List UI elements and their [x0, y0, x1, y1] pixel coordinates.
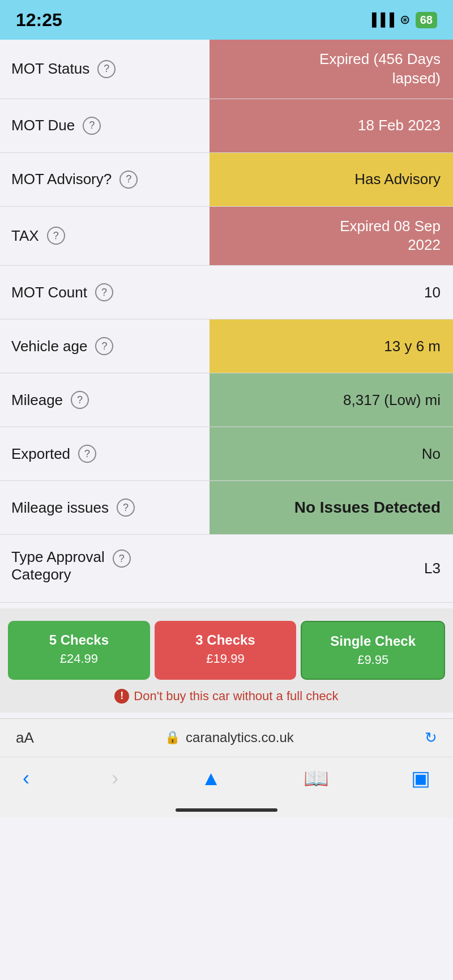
mileage-help-icon[interactable]: ?: [71, 391, 89, 409]
mot-status-label: MOT Status: [11, 60, 89, 78]
mot-due-label-cell: MOT Due ?: [0, 99, 210, 152]
single-check-price: £9.95: [357, 652, 388, 668]
home-bar: [176, 808, 277, 812]
exported-label: Exported: [11, 445, 70, 463]
back-button[interactable]: ‹: [23, 766, 29, 790]
three-checks-label: 3 Checks: [195, 631, 255, 649]
mileage-label: Mileage: [11, 391, 63, 409]
vehicle-age-help-icon[interactable]: ?: [95, 337, 113, 355]
tax-help-icon[interactable]: ?: [47, 227, 65, 245]
forward-button[interactable]: ›: [112, 766, 118, 790]
type-approval-help-icon[interactable]: ?: [113, 549, 131, 568]
vehicle-age-label: Vehicle age: [11, 338, 87, 355]
table-row: MOT Due ? 18 Feb 2023: [0, 99, 453, 153]
mot-status-help-icon[interactable]: ?: [97, 60, 116, 78]
status-bar: 12:25 ▐▐▐ ⊛ 68: [0, 0, 453, 40]
type-approval-value: L3: [210, 535, 453, 602]
data-table: MOT Status ? Expired (456 Dayslapsed) MO…: [0, 40, 453, 603]
mot-due-label: MOT Due: [11, 117, 75, 134]
single-check-label: Single Check: [330, 632, 416, 650]
mileage-label-cell: Mileage ?: [0, 373, 210, 427]
mileage-value: 8,317 (Low) mi: [210, 373, 453, 427]
tax-value: Expired 08 Sep2022: [210, 207, 453, 266]
battery-badge: 68: [416, 12, 437, 28]
bookmarks-button[interactable]: 📖: [304, 766, 329, 790]
status-icons: ▐▐▐ ⊛ 68: [367, 12, 437, 28]
mot-advisory-value: Has Advisory: [210, 153, 453, 206]
mot-status-label-cell: MOT Status ?: [0, 40, 210, 99]
five-checks-price: £24.99: [60, 651, 98, 667]
table-row: TAX ? Expired 08 Sep2022: [0, 207, 453, 266]
three-checks-button[interactable]: 3 Checks £19.99: [155, 621, 297, 680]
single-check-button[interactable]: Single Check £9.95: [301, 621, 445, 680]
exported-value: No: [210, 427, 453, 480]
signal-icon: ▐▐▐: [367, 12, 394, 27]
warning-message: Don't buy this car without a full check: [134, 689, 338, 704]
lock-icon: 🔒: [165, 730, 180, 745]
purchase-buttons: 5 Checks £24.99 3 Checks £19.99 Single C…: [8, 621, 445, 680]
mileage-issues-help-icon[interactable]: ?: [117, 498, 135, 517]
mot-count-label: MOT Count: [11, 284, 87, 301]
nav-bar: ‹ › ▲ 📖 ▣: [0, 757, 453, 799]
type-approval-label: Type Approval: [11, 548, 105, 566]
tabs-button[interactable]: ▣: [411, 766, 430, 790]
mileage-issues-label-cell: Mileage issues ?: [0, 481, 210, 534]
table-row: Exported ? No: [0, 427, 453, 481]
three-checks-price: £19.99: [206, 651, 244, 667]
vehicle-age-label-cell: Vehicle age ?: [0, 319, 210, 373]
mot-status-value: Expired (456 Dayslapsed): [210, 40, 453, 99]
mot-advisory-label: MOT Advisory?: [11, 171, 112, 188]
table-row: MOT Status ? Expired (456 Dayslapsed): [0, 40, 453, 99]
wifi-icon: ⊛: [400, 12, 410, 27]
aa-text[interactable]: aA: [16, 729, 34, 747]
warning-icon: !: [114, 689, 129, 704]
table-row: MOT Count ? 10: [0, 266, 453, 319]
url-text: caranalytics.co.uk: [186, 730, 294, 745]
tax-label: TAX: [11, 227, 39, 245]
table-row: MOT Advisory? ? Has Advisory: [0, 153, 453, 207]
mot-count-label-cell: MOT Count ?: [0, 266, 210, 319]
home-indicator: [0, 799, 453, 817]
exported-help-icon[interactable]: ?: [78, 445, 96, 463]
mileage-issues-label: Mileage issues: [11, 499, 109, 517]
purchase-section: 5 Checks £24.99 3 Checks £19.99 Single C…: [0, 608, 453, 713]
mot-advisory-help-icon[interactable]: ?: [119, 171, 138, 189]
type-approval-label-2: Category: [11, 566, 105, 583]
share-button[interactable]: ▲: [201, 766, 221, 790]
mileage-issues-value: No Issues Detected: [210, 481, 453, 534]
table-row: Mileage issues ? No Issues Detected: [0, 481, 453, 535]
url-bar[interactable]: 🔒 caranalytics.co.uk: [165, 730, 294, 745]
five-checks-label: 5 Checks: [49, 631, 109, 649]
mot-count-help-icon[interactable]: ?: [95, 283, 113, 301]
type-approval-label-cell: Type Approval Category ?: [0, 535, 210, 602]
status-time: 12:25: [16, 10, 62, 31]
tax-label-cell: TAX ?: [0, 207, 210, 266]
exported-label-cell: Exported ?: [0, 427, 210, 480]
warning-text: ! Don't buy this car without a full chec…: [8, 689, 445, 704]
mot-due-help-icon[interactable]: ?: [83, 117, 101, 135]
table-row: Vehicle age ? 13 y 6 m: [0, 319, 453, 373]
table-row: Type Approval Category ? L3: [0, 535, 453, 603]
mot-count-value: 10: [210, 266, 453, 319]
reload-icon[interactable]: ↻: [425, 729, 437, 747]
browser-bar: aA 🔒 caranalytics.co.uk ↻: [0, 718, 453, 757]
vehicle-age-value: 13 y 6 m: [210, 319, 453, 373]
five-checks-button[interactable]: 5 Checks £24.99: [8, 621, 150, 680]
mot-due-value: 18 Feb 2023: [210, 99, 453, 152]
mot-advisory-label-cell: MOT Advisory? ?: [0, 153, 210, 206]
table-row: Mileage ? 8,317 (Low) mi: [0, 373, 453, 427]
